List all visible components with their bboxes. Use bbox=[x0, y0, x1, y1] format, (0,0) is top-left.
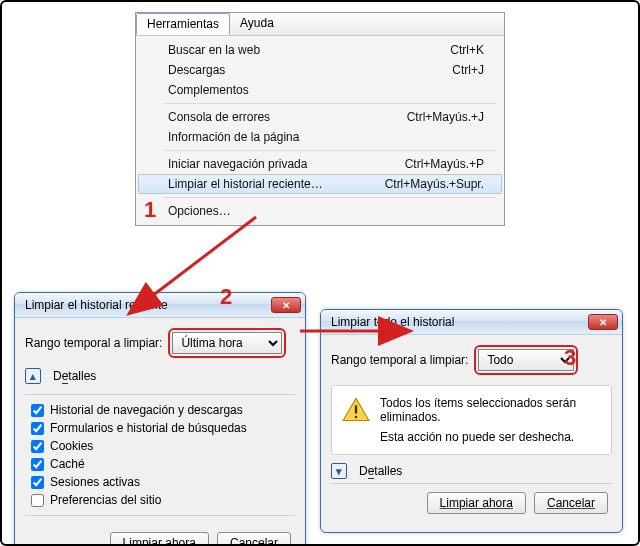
range-highlight: Última hora bbox=[168, 328, 286, 358]
clear-now-button[interactable]: Limpiar ahora bbox=[427, 492, 526, 514]
menu-item-shortcut: Ctrl+Mayús.+J bbox=[407, 110, 484, 124]
clear-now-button[interactable]: Limpiar ahora bbox=[110, 532, 209, 546]
menu-item-label: Complementos bbox=[168, 83, 249, 97]
tools-menu: Buscar en la webCtrl+KDescargasCtrl+JCom… bbox=[136, 36, 504, 225]
details-checkbox-row[interactable]: Historial de navegación y descargas bbox=[29, 401, 291, 419]
range-label: Rango temporal a limpiar: bbox=[331, 353, 468, 367]
details-list: Historial de navegación y descargasFormu… bbox=[25, 394, 295, 516]
svg-rect-0 bbox=[355, 405, 357, 413]
dialog2-title: Limpiar todo el historial bbox=[331, 315, 454, 329]
menu-item[interactable]: Opciones… bbox=[138, 201, 502, 221]
details-checkbox[interactable] bbox=[31, 458, 44, 471]
menu-item-shortcut: Ctrl+J bbox=[452, 63, 484, 77]
menu-separator bbox=[164, 103, 496, 104]
menubar: Herramientas Ayuda bbox=[136, 13, 504, 36]
close-button[interactable]: ✕ bbox=[271, 297, 301, 313]
cancel-button[interactable]: Cancelar bbox=[217, 532, 291, 546]
details-checkbox-label: Caché bbox=[50, 457, 85, 471]
callout-1: 1 bbox=[144, 197, 156, 223]
callout-2: 2 bbox=[220, 284, 232, 310]
details-checkbox-label: Historial de navegación y descargas bbox=[50, 403, 243, 417]
menu-item[interactable]: Complementos bbox=[138, 80, 502, 100]
details-checkbox-label: Cookies bbox=[50, 439, 93, 453]
details-checkbox-label: Formularios e historial de búsquedas bbox=[50, 421, 247, 435]
details-checkbox[interactable] bbox=[31, 440, 44, 453]
details-checkbox[interactable] bbox=[31, 476, 44, 489]
menu-item[interactable]: Buscar en la webCtrl+K bbox=[138, 40, 502, 60]
menu-item[interactable]: Consola de erroresCtrl+Mayús.+J bbox=[138, 107, 502, 127]
menu-item[interactable]: Información de la página bbox=[138, 127, 502, 147]
callout-3: 3 bbox=[564, 345, 576, 371]
menu-item[interactable]: Limpiar el historial reciente…Ctrl+Mayús… bbox=[138, 174, 502, 194]
menu-item-label: Buscar en la web bbox=[168, 43, 260, 57]
range-label: Rango temporal a limpiar: bbox=[25, 336, 162, 350]
menu-separator bbox=[164, 150, 496, 151]
details-checkbox[interactable] bbox=[31, 404, 44, 417]
menu-item-label: Opciones… bbox=[168, 204, 231, 218]
menu-item-label: Información de la página bbox=[168, 130, 299, 144]
time-range-select[interactable]: Todo bbox=[478, 349, 574, 371]
menu-item-shortcut: Ctrl+Mayús.+Supr. bbox=[385, 177, 484, 191]
details-toggle-icon[interactable]: ▾ bbox=[331, 463, 347, 479]
details-checkbox-label: Preferencias del sitio bbox=[50, 493, 161, 507]
warning-line2: Esta acción no puede ser deshecha. bbox=[380, 430, 601, 444]
menubar-tools[interactable]: Herramientas bbox=[136, 13, 230, 35]
details-checkbox[interactable] bbox=[31, 494, 44, 507]
menu-item-label: Consola de errores bbox=[168, 110, 270, 124]
details-checkbox[interactable] bbox=[31, 422, 44, 435]
warning-box: Todos los ítems seleccionados serán elim… bbox=[331, 385, 612, 455]
menu-item[interactable]: DescargasCtrl+J bbox=[138, 60, 502, 80]
details-label[interactable]: Detalles bbox=[53, 369, 96, 383]
menu-item[interactable]: Iniciar navegación privadaCtrl+Mayús.+P bbox=[138, 154, 502, 174]
dialog-clear-all-history: Limpiar todo el historial ✕ Rango tempor… bbox=[320, 309, 623, 533]
menu-item-shortcut: Ctrl+Mayús.+P bbox=[405, 157, 484, 171]
details-checkbox-row[interactable]: Cookies bbox=[29, 437, 291, 455]
time-range-select[interactable]: Última hora bbox=[172, 332, 282, 354]
menu-item-label: Limpiar el historial reciente… bbox=[168, 177, 323, 191]
menubar-help[interactable]: Ayuda bbox=[230, 13, 284, 35]
details-checkbox-row[interactable]: Sesiones activas bbox=[29, 473, 291, 491]
dialog1-title: Limpiar el historial reciente bbox=[25, 298, 168, 312]
menu-separator bbox=[164, 197, 496, 198]
close-button[interactable]: ✕ bbox=[588, 314, 618, 330]
details-checkbox-label: Sesiones activas bbox=[50, 475, 140, 489]
details-label[interactable]: Detalles bbox=[359, 464, 402, 478]
warning-icon bbox=[342, 396, 370, 444]
tools-menu-panel: Herramientas Ayuda Buscar en la webCtrl+… bbox=[135, 12, 505, 226]
cancel-button[interactable]: Cancelar bbox=[534, 492, 608, 514]
warning-line1: Todos los ítems seleccionados serán elim… bbox=[380, 396, 601, 424]
svg-rect-1 bbox=[355, 416, 357, 418]
menu-item-label: Descargas bbox=[168, 63, 225, 77]
dialog-clear-recent-history: Limpiar el historial reciente ✕ Rango te… bbox=[14, 292, 306, 546]
details-toggle-icon[interactable]: ▴ bbox=[25, 368, 41, 384]
details-checkbox-row[interactable]: Preferencias del sitio bbox=[29, 491, 291, 509]
menu-item-label: Iniciar navegación privada bbox=[168, 157, 307, 171]
range-highlight: Todo bbox=[474, 345, 578, 375]
details-checkbox-row[interactable]: Caché bbox=[29, 455, 291, 473]
details-checkbox-row[interactable]: Formularios e historial de búsquedas bbox=[29, 419, 291, 437]
menu-item-shortcut: Ctrl+K bbox=[450, 43, 484, 57]
